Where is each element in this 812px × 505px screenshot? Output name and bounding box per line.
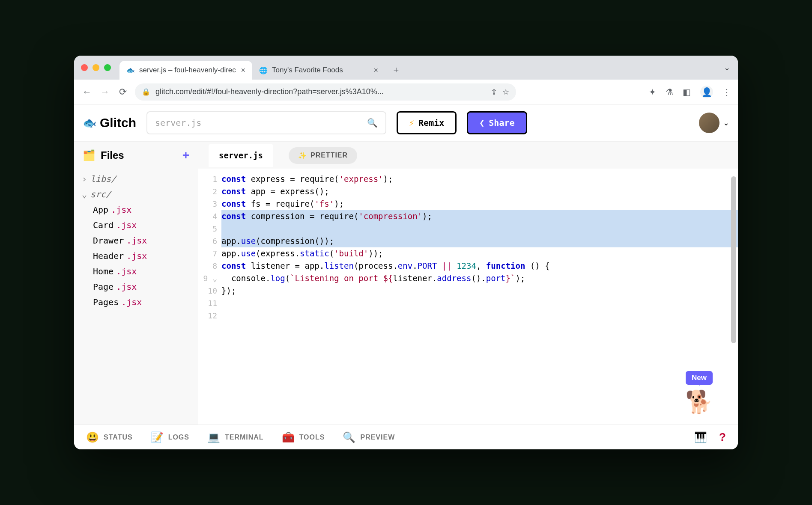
- new-tab-button[interactable]: +: [388, 62, 404, 78]
- files-title: Files: [101, 149, 124, 161]
- line-number: 2: [198, 185, 217, 198]
- new-badge[interactable]: New 🐕: [685, 371, 713, 415]
- folder-toggle-icon[interactable]: ›: [82, 174, 88, 184]
- browser-tab-active[interactable]: 🐟 server.js – foul-heavenly-direc ×: [119, 61, 252, 80]
- logo-text: Glitch: [100, 116, 136, 130]
- help-icon[interactable]: ?: [719, 431, 726, 444]
- reload-button[interactable]: ⟳: [117, 86, 129, 98]
- tab-favicon-icon: 🐟: [126, 66, 135, 74]
- editor-area: server.js ✨ PRETTIER 123456789 ⌄101112 c…: [198, 142, 738, 425]
- logo[interactable]: 🐟 Glitch: [83, 116, 136, 130]
- file-item[interactable]: App.jsx: [74, 202, 198, 217]
- browser-nav-bar: ← → ⟳ 🔒 glitch.com/edit/#!/foul-heavenly…: [74, 80, 738, 104]
- close-tab-icon[interactable]: ×: [373, 66, 378, 75]
- code-line: });: [221, 285, 738, 297]
- file-item[interactable]: Page.jsx: [74, 279, 198, 294]
- prettier-button[interactable]: ✨ PRETTIER: [289, 147, 357, 164]
- file-ext: .jsx: [116, 220, 137, 230]
- chevron-down-icon: ⌄: [723, 118, 729, 128]
- sidepanel-icon[interactable]: ◧: [683, 87, 691, 97]
- piano-icon[interactable]: 🎹: [694, 431, 707, 443]
- tab-title: Tony's Favorite Foods: [272, 66, 343, 74]
- footer-item-logs[interactable]: 📝LOGS: [151, 431, 189, 443]
- code-line: const listener = app.listen(process.env.…: [221, 260, 738, 272]
- editor-tab-active[interactable]: server.js: [209, 144, 273, 167]
- share-label: Share: [489, 118, 514, 128]
- footer-label: STATUS: [104, 434, 133, 441]
- app-body: 🗂️ Files + ›libs/⌄src/App.jsxCard.jsxDra…: [74, 142, 738, 425]
- new-file-button[interactable]: +: [182, 149, 189, 162]
- code-line: const app = express();: [221, 185, 738, 198]
- file-item[interactable]: Header.jsx: [74, 248, 198, 264]
- file-item[interactable]: Drawer.jsx: [74, 233, 198, 248]
- footer-label: TERMINAL: [225, 434, 264, 441]
- search-text: server.js: [155, 118, 201, 128]
- lock-icon: 🔒: [142, 88, 150, 96]
- forward-button[interactable]: →: [99, 86, 111, 98]
- user-menu[interactable]: ⌄: [699, 113, 729, 133]
- code-editor[interactable]: 123456789 ⌄101112 const express = requir…: [198, 169, 738, 425]
- address-bar[interactable]: 🔒 glitch.com/edit/#!/foul-heavenly-direc…: [135, 83, 516, 101]
- file-item[interactable]: Card.jsx: [74, 217, 198, 233]
- file-ext: .jsx: [111, 205, 131, 215]
- line-number: 8: [198, 260, 217, 272]
- code-line: const compression = require('compression…: [221, 210, 738, 223]
- extensions-icon[interactable]: ✦: [649, 87, 656, 97]
- new-pill: New: [686, 371, 713, 385]
- footer: 😃STATUS📝LOGS💻TERMINAL🧰TOOLS🔍PREVIEW 🎹 ?: [74, 425, 738, 449]
- scrollbar[interactable]: [731, 176, 736, 343]
- file-tree: ›libs/⌄src/App.jsxCard.jsxDrawer.jsxHead…: [74, 169, 198, 312]
- tab-overflow-icon[interactable]: ⌄: [724, 63, 730, 72]
- profile-icon[interactable]: 👤: [700, 86, 713, 98]
- labs-icon[interactable]: ⚗: [666, 87, 673, 97]
- share-page-icon[interactable]: ⇪: [491, 87, 497, 97]
- footer-right: 🎹 ?: [694, 431, 726, 444]
- folder-item[interactable]: ›libs/: [74, 171, 198, 187]
- preview-icon: 🔍: [343, 431, 356, 443]
- footer-label: TOOLS: [299, 434, 325, 441]
- file-ext: .jsx: [126, 251, 147, 261]
- window-controls: [81, 56, 119, 80]
- file-item[interactable]: Pages.jsx: [74, 294, 198, 310]
- file-base: Home: [93, 266, 113, 276]
- app-header: 🐟 Glitch server.js 🔍 ⚡ Remix ❮ Share ⌄: [74, 104, 738, 142]
- code-content[interactable]: const express = require('express');const…: [221, 169, 738, 425]
- line-number: 9 ⌄: [198, 272, 217, 285]
- tab-favicon-icon: 🌐: [259, 66, 268, 74]
- maximize-window-icon[interactable]: [104, 64, 111, 71]
- share-icon: ❮: [479, 118, 484, 128]
- mascot-icon: 🐕: [685, 389, 713, 415]
- line-number: 5: [198, 223, 217, 235]
- file-item[interactable]: Home.jsx: [74, 264, 198, 279]
- line-number: 3: [198, 198, 217, 210]
- search-icon: 🔍: [367, 118, 378, 128]
- remix-button[interactable]: ⚡ Remix: [397, 111, 457, 134]
- back-button[interactable]: ←: [81, 86, 93, 98]
- menu-icon[interactable]: ⋮: [722, 87, 731, 97]
- sidebar: 🗂️ Files + ›libs/⌄src/App.jsxCard.jsxDra…: [74, 142, 198, 425]
- minimize-window-icon[interactable]: [93, 64, 99, 71]
- bolt-icon: ⚡: [409, 118, 414, 128]
- footer-item-tools[interactable]: 🧰TOOLS: [282, 431, 325, 443]
- files-icon: 🗂️: [83, 149, 96, 161]
- browser-tab[interactable]: 🌐 Tony's Favorite Foods ×: [252, 61, 385, 80]
- prettier-label: PRETTIER: [310, 152, 348, 159]
- close-tab-icon[interactable]: ×: [241, 66, 245, 75]
- file-base: Drawer: [93, 235, 124, 246]
- browser-actions: ✦ ⚗ ◧ 👤 ⋮: [649, 86, 731, 98]
- footer-item-terminal[interactable]: 💻TERMINAL: [207, 431, 264, 443]
- footer-item-status[interactable]: 😃STATUS: [86, 431, 133, 443]
- folder-item[interactable]: ⌄src/: [74, 187, 198, 202]
- footer-label: PREVIEW: [360, 434, 395, 441]
- close-window-icon[interactable]: [81, 64, 88, 71]
- share-button[interactable]: ❮ Share: [467, 111, 527, 134]
- file-search-input[interactable]: server.js 🔍: [146, 111, 386, 134]
- browser-tab-strip: 🐟 server.js – foul-heavenly-direc × 🌐 To…: [74, 56, 738, 80]
- editor-tabs: server.js ✨ PRETTIER: [198, 142, 738, 169]
- folder-toggle-icon[interactable]: ⌄: [82, 189, 88, 199]
- logs-icon: 📝: [151, 431, 164, 443]
- terminal-icon: 💻: [207, 431, 221, 443]
- footer-item-preview[interactable]: 🔍PREVIEW: [343, 431, 395, 443]
- bookmark-icon[interactable]: ☆: [502, 87, 509, 97]
- code-line: app.use(compression());: [221, 235, 738, 247]
